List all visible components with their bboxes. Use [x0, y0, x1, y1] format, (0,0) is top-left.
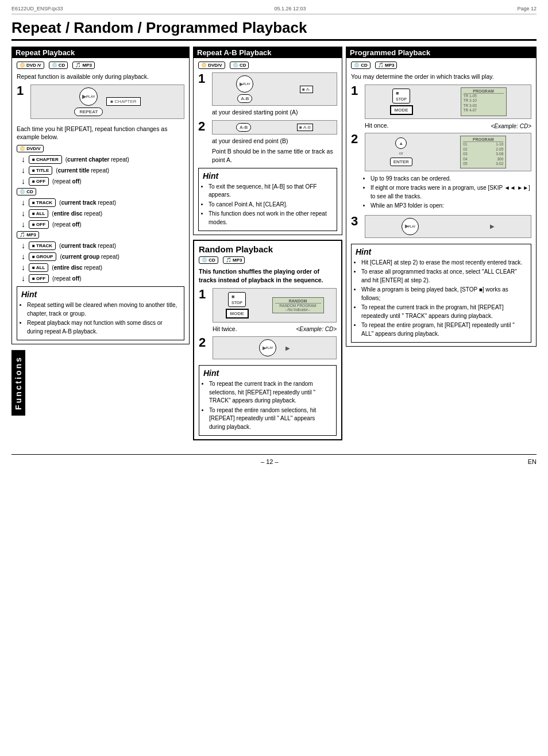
prog-display-title2: PROGRAM [463, 137, 503, 142]
cd-option-track: ↓ ■ TRACK (current track repeat) [21, 198, 184, 207]
random-step1-num: 1 [199, 288, 209, 301]
arrow3: ↓ [21, 176, 25, 186]
track-desc2: (current track repeat) [59, 243, 116, 249]
repeat-playback-title: Repeat Playback [12, 47, 189, 58]
prog-step3-diagram: ▶PLAY ▶ [365, 215, 531, 238]
ab-step2: 2 A-B ■ A-B at your desired end point (B… [198, 120, 337, 164]
ab-step2-content: A-B ■ A-B at your desired end point (B) … [212, 120, 337, 164]
random-play-indicator: ▶ [285, 345, 290, 351]
chapter-desc: (current chapter repeat) [65, 156, 129, 163]
repeat-ab-title: Repeat A-B Playback [194, 47, 342, 58]
ab-step2-num: 2 [198, 120, 209, 133]
lang-label: EN [528, 458, 537, 465]
ab-display-2: ■ A-B [297, 125, 313, 130]
repeat-ab-icons: 📀 DVD/V 💿 CD [198, 62, 337, 69]
ab-hint-1: To exit the sequence, hit [A-B] so that … [209, 183, 333, 199]
cd-icon-badge: 💿 CD [49, 62, 68, 69]
ab-step1-text: at your desired starting point (A) [212, 108, 337, 117]
all-desc1: (entire disc repeat) [52, 210, 102, 217]
prog-display-rows2: 011-10 022-05 033-08 04300 053-02 [463, 142, 503, 166]
all-desc2: (entire disc repeat) [52, 264, 102, 271]
random-step2-num: 2 [199, 336, 209, 349]
off-desc2: (repeat off) [52, 221, 82, 228]
mp3-icon-badge: 🎵 MP3 [72, 62, 95, 69]
programmed-icons: 💿 CD 🎵 MP3 [351, 62, 531, 69]
dvd-icon-badge: 📀 DVD/V [17, 62, 44, 69]
prog-hint-2: To erase all programmed tracks at once, … [361, 268, 527, 285]
chapter-btn: ■ CHAPTER [29, 155, 62, 164]
random-hint-list: To repeat the current track in the rando… [203, 380, 332, 431]
track-btn1: ■ TRACK [29, 198, 56, 207]
or-label: or [399, 151, 403, 156]
nav-up-btn: ▲ [395, 137, 407, 149]
repeat-intro: Repeat function is available only during… [17, 72, 184, 81]
random-step2-diagram: ▶PLAY ▶ [213, 336, 337, 359]
prog-hint-6: To repeat the current track in the progr… [361, 304, 527, 320]
random-display-title: RANDOM [275, 299, 321, 304]
ab-point-note: Point B should be in the same title or t… [212, 147, 337, 164]
ab-display-1: ■ A- [300, 87, 313, 92]
ab-hint-list: To exit the sequence, hit [A-B] so that … [203, 183, 333, 227]
a-label: ■ A- [300, 86, 313, 93]
random-display-content: RANDOM PROGRAM--No Indicator-- [275, 304, 321, 312]
repeat-hint-title: Hint [21, 290, 180, 299]
prog-step2-diagram: ▲ or ENTER PROGRAM 011-10 022-05 0 [365, 133, 531, 171]
all-btn1: ■ ALL [29, 209, 48, 218]
prog-display-1: PROGRAM TR 1-05 TR 2-10 TR 3-03 TR 4-07 [461, 87, 507, 116]
ab-step1-num: 1 [198, 72, 209, 85]
mp3-option-off: ↓ ■ OFF (repeat off) [21, 274, 184, 283]
arrow8: ↓ [21, 252, 25, 261]
step1-content: ▶PLAY REPEAT ■ CHAPTER [30, 85, 184, 121]
page: E6122UD_ENSP.qx33 05.1.26 12:03 Page 12 … [0, 0, 548, 756]
prog-nav-buttons: ▲ [395, 137, 407, 149]
cd-option-all: ↓ ■ ALL (entire disc repeat) [21, 209, 184, 218]
prog-step3: 3 ▶PLAY ▶ [351, 215, 531, 240]
dvd-option-off: ↓ ■ OFF (repeat off) [21, 176, 184, 186]
dvd-option-title: ↓ ■ TITLE (current title repeat) [21, 166, 184, 175]
cd-ab-icon: 💿 CD [230, 62, 249, 69]
random-step2-content: ▶PLAY ▶ [213, 336, 337, 362]
prog-step3-num: 3 [351, 215, 361, 228]
chapter-display: ■ CHAPTER [106, 97, 140, 106]
off-desc1: (repeat off) [52, 178, 82, 185]
random-step1: 1 ■STOP MODE RANDOM RANDOM PROGRAM--No I… [199, 288, 337, 333]
mp3-option-track: ↓ ■ TRACK (current track repeat) [21, 241, 184, 250]
ab-hint-box: Hint To exit the sequence, hit [A-B] so … [198, 168, 337, 232]
prog-step1-diagram: ■STOP MODE PROGRAM TR 1-05 TR 2-10 TR 3-… [365, 85, 531, 119]
play-btn-prog3: ▶PLAY [402, 218, 419, 235]
cd-random-icon: 💿 CD [199, 256, 218, 264]
prog-hint-7: To repeat the entire program, hit [REPEA… [361, 321, 527, 338]
random-example1: <Example: CD> [296, 326, 337, 332]
main-title: Repeat / Random / Programmed Playback [11, 19, 537, 41]
title-btn: ■ TITLE [29, 166, 52, 175]
prog-note-2: If eight or more tracks were in a progra… [371, 184, 531, 201]
random-hit-twice: Hit twice. [213, 325, 237, 333]
repeat-playback-column: Repeat Playback 📀 DVD/V 💿 CD 🎵 MP3 Repea… [11, 47, 190, 417]
mp3-group-title: 🎵 MP3 [17, 231, 184, 239]
off-desc3: (repeat off) [52, 275, 82, 282]
random-playback-section: Random Playback 💿 CD 🎵 MP3 This function… [193, 240, 342, 440]
step1-number: 1 [17, 85, 27, 97]
prog-display-2: PROGRAM 011-10 022-05 033-08 04300 053-0… [460, 136, 506, 168]
prog-step2-num: 2 [351, 133, 361, 145]
cd-option-off: ↓ ■ OFF (repeat off) [21, 220, 184, 229]
prog-example1: <Example: CD> [491, 123, 531, 129]
page-bottom: – 12 – EN [11, 454, 537, 465]
programmed-section: Programmed Playback 💿 CD 🎵 MP3 You may d… [346, 47, 537, 347]
repeat-icons: 📀 DVD/V 💿 CD 🎵 MP3 [17, 62, 184, 69]
random-title: Random Playback [199, 244, 337, 254]
all-btn2: ■ ALL [29, 263, 48, 272]
play-btn-random2: ▶PLAY [259, 339, 276, 356]
track-desc1: (current track repeat) [59, 199, 116, 206]
prog-step2-content: ▲ or ENTER PROGRAM 011-10 022-05 0 [365, 133, 531, 211]
group-desc: (current group repeat) [60, 254, 119, 260]
prog-display-rows: TR 1-05 TR 2-10 TR 3-03 TR 4-07 [464, 94, 504, 113]
programmed-playback-column: Programmed Playback 💿 CD 🎵 MP3 You may d… [346, 47, 537, 351]
ab-step1-content: ▶PLAY A-B ■ A- at your desired starting … [212, 72, 337, 117]
repeat-each-time: Each time you hit [REPEAT], repeat funct… [17, 125, 184, 141]
dvd-option-chapter: ↓ ■ CHAPTER (current chapter repeat) [21, 155, 184, 164]
ab-step2-text: at your desired end point (B) [212, 137, 337, 145]
functions-label: Functions [11, 350, 25, 416]
prog-step1-num: 1 [351, 85, 361, 97]
dvd-ab-icon: 📀 DVD/V [198, 62, 225, 69]
